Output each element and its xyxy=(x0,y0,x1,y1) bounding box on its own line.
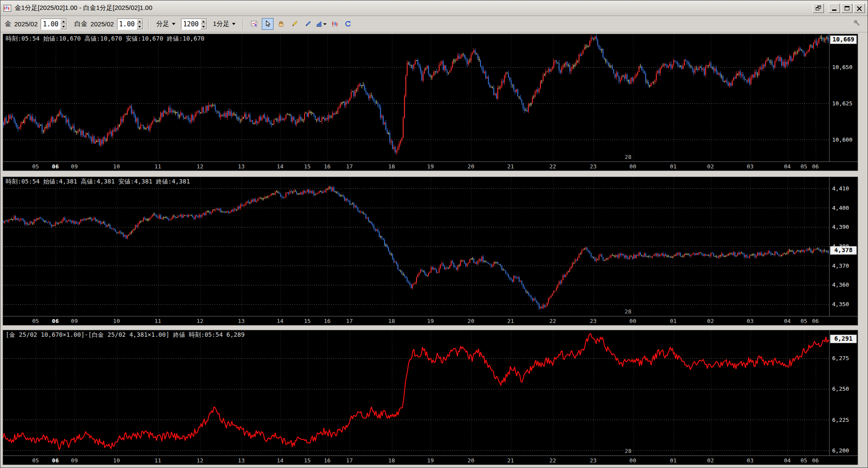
price-tick-label: 10,625 xyxy=(832,100,852,107)
period-dropdown[interactable]: 1分足 xyxy=(210,18,238,30)
time-tick-label: 16 xyxy=(324,318,331,324)
spin-up-button[interactable] xyxy=(137,19,143,24)
gold-contract-month[interactable]: 2025/02 xyxy=(14,20,38,28)
spread-chart-panel[interactable]: [金 25/02 10,670×1.00]-[白金 25/02 4,381×1.… xyxy=(3,330,858,465)
gold-plot[interactable]: 時刻:05:54 始値:10,670 高値:10,670 安値:10,670 終… xyxy=(3,34,829,161)
chart-style-button[interactable] xyxy=(329,18,340,30)
platinum-multiplier-spinner[interactable]: 1.00 xyxy=(117,19,143,30)
close-button[interactable] xyxy=(854,3,865,13)
time-tick-label: 06 xyxy=(812,318,819,324)
gold-chart-panel[interactable]: 時刻:05:54 始値:10,670 高値:10,670 安値:10,670 終… xyxy=(3,34,858,171)
time-tick-label: 21 xyxy=(507,457,514,464)
bar-type-dropdown[interactable]: 分足 xyxy=(154,18,178,30)
price-tick-label: 4,370 xyxy=(832,262,849,269)
time-tick-label: 05 xyxy=(32,318,39,324)
spin-up-button[interactable] xyxy=(200,19,207,24)
time-tick-label: 05 xyxy=(801,318,808,324)
toolbar-separator xyxy=(148,19,149,30)
spin-down-button[interactable] xyxy=(200,24,207,29)
gold-multiplier-spinner[interactable]: 1.00 xyxy=(41,19,67,30)
spinner-buttons xyxy=(200,19,207,29)
date-label: 28 xyxy=(625,154,632,160)
time-tick-label: 14 xyxy=(277,318,283,324)
price-tick-label: 6,225 xyxy=(832,417,849,423)
time-tick-label: 20 xyxy=(467,318,474,324)
time-tick-label: 14 xyxy=(277,163,283,170)
bar-count-value[interactable]: 1200 xyxy=(181,19,200,29)
time-tick-label: 16 xyxy=(324,163,331,170)
time-tick-label: 21 xyxy=(507,318,514,324)
spread-last-price-badge: 6,291 xyxy=(830,335,857,343)
time-tick-label: 05 xyxy=(32,163,39,170)
time-tick-label: 22 xyxy=(549,163,556,170)
spread-formula-info: [金 25/02 10,670×1.00]-[白金 25/02 4,381×1.… xyxy=(6,331,245,339)
select-tool[interactable] xyxy=(262,18,273,30)
price-tick-label: 4,350 xyxy=(832,301,849,307)
time-tick-label: 06 xyxy=(52,457,59,464)
time-tick-label: 13 xyxy=(238,163,245,170)
price-tick-label: 10,650 xyxy=(832,64,852,70)
platinum-price-axis: 4,378 4,4104,4004,3904,3804,3704,3604,35… xyxy=(829,177,858,316)
minimize-button[interactable] xyxy=(829,3,840,13)
price-tick-label: 6,275 xyxy=(832,355,849,361)
platinum-time-axis: 0506091011121314151617181920212223000102… xyxy=(3,316,858,325)
price-tick-label: 4,400 xyxy=(832,205,849,211)
spin-down-button[interactable] xyxy=(60,24,67,29)
toolbar-separator xyxy=(243,19,244,30)
price-tick-label: 4,360 xyxy=(832,281,849,288)
price-tick-label: 6,250 xyxy=(832,386,849,392)
time-tick-label: 14 xyxy=(277,457,283,464)
platinum-plot[interactable]: 時刻:05:54 始値:4,381 高値:4,381 安値:4,381 終値:4… xyxy=(3,177,829,316)
time-tick-label: 02 xyxy=(707,457,714,464)
chart-cursor-tool[interactable] xyxy=(248,18,260,30)
app-window: 金1分足[2025/02]1.00 - 白金1分足[2025/02]1.00 金… xyxy=(0,0,868,468)
time-tick-label: 17 xyxy=(346,318,353,324)
time-tick-label: 19 xyxy=(427,318,434,324)
time-tick-label: 11 xyxy=(154,318,161,324)
platinum-chart-panel[interactable]: 時刻:05:54 始値:4,381 高値:4,381 安値:4,381 終値:4… xyxy=(3,177,858,326)
maximize-button[interactable] xyxy=(841,3,852,13)
time-tick-label: 19 xyxy=(427,163,434,170)
time-tick-label: 12 xyxy=(197,163,203,170)
spread-line-chart xyxy=(3,330,829,455)
spinner-buttons xyxy=(60,19,67,29)
refresh-button[interactable] xyxy=(342,18,354,30)
spin-up-button[interactable] xyxy=(60,19,67,24)
spread-plot[interactable]: [金 25/02 10,670×1.00]-[白金 25/02 4,381×1.… xyxy=(3,330,829,455)
pan-tool[interactable] xyxy=(275,18,287,30)
platinum-label: 白金 xyxy=(74,20,87,28)
time-tick-label: 09 xyxy=(71,457,78,464)
gold-multiplier-value[interactable]: 1.00 xyxy=(41,19,60,29)
price-tick-label: 10,600 xyxy=(832,136,852,143)
platinum-contract-month[interactable]: 2025/02 xyxy=(90,20,114,28)
date-label: 28 xyxy=(625,448,632,454)
settings-button[interactable] xyxy=(851,18,863,30)
pencil-tool[interactable] xyxy=(289,18,300,30)
spinner-buttons xyxy=(137,19,143,29)
time-tick-label: 06 xyxy=(52,163,59,170)
time-tick-label: 06 xyxy=(812,457,819,464)
gold-ohlc-info: 時刻:05:54 始値:10,670 高値:10,670 安値:10,670 終… xyxy=(6,35,204,43)
time-tick-label: 23 xyxy=(590,457,597,464)
pen-tool[interactable] xyxy=(302,18,314,30)
time-tick-label: 01 xyxy=(670,163,677,170)
time-tick-label: 22 xyxy=(549,457,556,464)
time-tick-label: 06 xyxy=(52,318,59,324)
gold-time-axis: 0506091011121314151617181920212223000102… xyxy=(3,161,858,171)
time-tick-label: 03 xyxy=(747,457,754,464)
indicator-menu-button[interactable] xyxy=(315,18,327,30)
tool-buttons xyxy=(248,18,354,30)
time-tick-label: 00 xyxy=(630,457,636,464)
bar-count-spinner[interactable]: 1200 xyxy=(181,19,207,30)
spread-price-axis: 6,291 6,2756,2506,2256,200 xyxy=(829,330,858,455)
platinum-multiplier-value[interactable]: 1.00 xyxy=(118,19,137,29)
date-label: 28 xyxy=(625,308,632,315)
time-tick-label: 23 xyxy=(590,163,597,170)
popout-window-button[interactable] xyxy=(813,3,824,13)
time-tick-label: 12 xyxy=(197,318,203,324)
time-tick-label: 06 xyxy=(812,163,819,170)
close-icon xyxy=(857,6,862,11)
spin-down-button[interactable] xyxy=(137,24,143,29)
time-tick-label: 18 xyxy=(388,163,395,170)
time-tick-label: 17 xyxy=(346,163,353,170)
